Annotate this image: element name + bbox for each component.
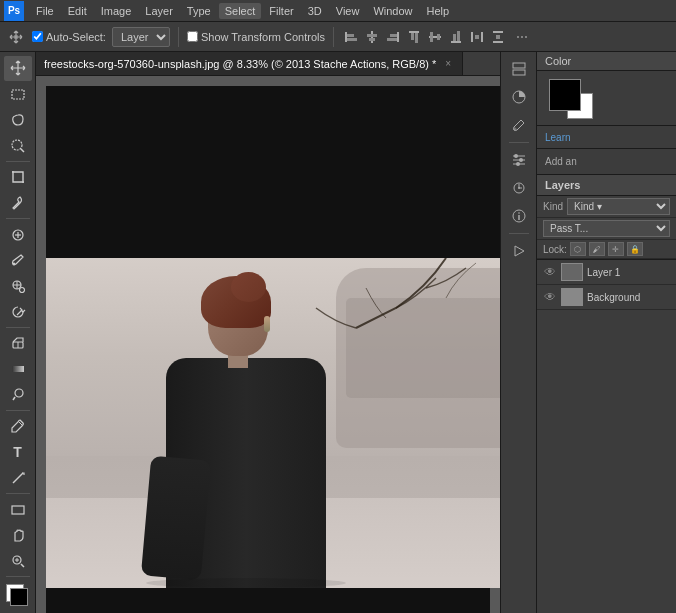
svg-point-64 — [518, 212, 520, 214]
tab-close-button[interactable]: × — [442, 58, 454, 70]
menu-layer[interactable]: Layer — [139, 3, 179, 19]
menu-type[interactable]: Type — [181, 3, 217, 19]
lasso-tool[interactable] — [4, 107, 32, 132]
svg-line-44 — [21, 564, 24, 567]
canvas-empty-top — [46, 86, 500, 258]
auto-select-checkbox[interactable] — [32, 31, 43, 42]
lock-all-button[interactable]: 🔒 — [627, 242, 643, 256]
svg-rect-49 — [513, 70, 525, 75]
align-top-icon[interactable] — [405, 28, 423, 46]
lock-image-button[interactable]: 🖌 — [589, 242, 605, 256]
right-side-panel: Color Learn Add an Layers Kind Kind ▾ — [536, 52, 676, 613]
layer-visibility-1[interactable]: 👁 — [543, 265, 557, 279]
svg-rect-3 — [347, 38, 357, 41]
app-logo: Ps — [4, 1, 24, 21]
learn-section: Learn — [537, 126, 676, 149]
align-right-icon[interactable] — [384, 28, 402, 46]
options-sep-1 — [178, 27, 179, 47]
dodge-tool[interactable] — [4, 382, 32, 407]
svg-rect-16 — [451, 41, 461, 43]
shape-tool[interactable] — [4, 497, 32, 522]
gradient-tool[interactable] — [4, 357, 32, 382]
layer-visibility-2[interactable]: 👁 — [543, 290, 557, 304]
crop-tool[interactable] — [4, 165, 32, 190]
canvas-area[interactable] — [36, 76, 500, 613]
add-section: Add an — [537, 149, 676, 175]
move-tool[interactable] — [4, 56, 32, 81]
info-icon[interactable] — [506, 203, 532, 229]
fg-color-swatch[interactable] — [10, 588, 28, 606]
brush-tool[interactable] — [4, 248, 32, 273]
foreground-color-box[interactable] — [549, 79, 581, 111]
more-options-icon[interactable]: ⋯ — [513, 28, 531, 46]
auto-select-group: Auto-Select: — [32, 31, 106, 43]
layer-select[interactable]: Layer — [112, 27, 170, 47]
hand-tool[interactable] — [4, 523, 32, 548]
zoom-tool[interactable] — [4, 549, 32, 574]
sliders-panel-icon[interactable] — [506, 147, 532, 173]
svg-rect-48 — [513, 63, 525, 68]
dist-v-icon[interactable] — [489, 28, 507, 46]
layers-controls: Kind Kind ▾ Pass T... Lock: ⬡ 🖌 ✛ 🔒 — [537, 196, 676, 260]
panel-arrange-icon[interactable] — [506, 56, 532, 82]
layers-kind-select[interactable]: Kind ▾ — [567, 198, 670, 215]
brush-preset-panel-icon[interactable] — [506, 112, 532, 138]
svg-rect-19 — [471, 32, 473, 42]
svg-rect-10 — [409, 31, 419, 33]
svg-rect-0 — [14, 35, 18, 39]
eyedropper-tool[interactable] — [4, 191, 32, 216]
menu-image[interactable]: Image — [95, 3, 138, 19]
svg-rect-18 — [457, 31, 460, 41]
quick-select-tool[interactable] — [4, 133, 32, 158]
svg-rect-9 — [387, 38, 397, 41]
menu-select[interactable]: Select — [219, 3, 262, 19]
learn-link[interactable]: Learn — [545, 132, 571, 143]
menu-file[interactable]: File — [30, 3, 60, 19]
play-action-icon[interactable] — [506, 238, 532, 264]
align-left-icon[interactable] — [342, 28, 360, 46]
tool-sep-5 — [6, 493, 30, 494]
menu-view[interactable]: View — [330, 3, 366, 19]
align-middle-icon[interactable] — [426, 28, 444, 46]
lock-transparent-button[interactable]: ⬡ — [570, 242, 586, 256]
marquee-tool[interactable] — [4, 82, 32, 107]
clone-tool[interactable] — [4, 274, 32, 299]
woman-face-profile — [241, 298, 269, 333]
document-tab[interactable]: freestocks-org-570360-unsplash.jpg @ 8.3… — [36, 52, 463, 75]
lock-position-button[interactable]: ✛ — [608, 242, 624, 256]
menu-edit[interactable]: Edit — [62, 3, 93, 19]
options-bar: Auto-Select: Layer Show Transform Contro… — [0, 22, 676, 52]
layers-list: 👁 Layer 1 👁 Background — [537, 260, 676, 613]
align-center-h-icon[interactable] — [363, 28, 381, 46]
svg-rect-24 — [496, 35, 500, 39]
path-select-tool[interactable] — [4, 466, 32, 491]
layer-row-1[interactable]: 👁 Layer 1 — [537, 260, 676, 285]
pen-tool[interactable] — [4, 414, 32, 439]
history-icon[interactable] — [506, 175, 532, 201]
menu-help[interactable]: Help — [421, 3, 456, 19]
svg-rect-21 — [475, 35, 479, 39]
heal-tool[interactable] — [4, 222, 32, 247]
passthrough-select[interactable]: Pass T... — [543, 220, 670, 237]
svg-rect-42 — [12, 506, 24, 514]
eraser-tool[interactable] — [4, 331, 32, 356]
type-tool[interactable]: T — [4, 440, 32, 465]
dist-h-icon[interactable] — [468, 28, 486, 46]
align-bottom-icon[interactable] — [447, 28, 465, 46]
menu-3d[interactable]: 3D — [302, 3, 328, 19]
layer-row-2[interactable]: 👁 Background — [537, 285, 676, 310]
show-transform-checkbox[interactable] — [187, 31, 198, 42]
adjustment-icon[interactable] — [506, 84, 532, 110]
layer-thumbnail-2 — [561, 288, 583, 306]
menu-bar: Ps File Edit Image Layer Type Select Fil… — [0, 0, 676, 22]
svg-point-26 — [12, 140, 22, 150]
layers-title-text: Layers — [545, 179, 580, 191]
options-sep-2 — [333, 27, 334, 47]
menu-filter[interactable]: Filter — [263, 3, 299, 19]
layers-kind-row: Kind Kind ▾ — [537, 196, 676, 218]
svg-rect-1 — [345, 32, 347, 42]
svg-point-55 — [514, 154, 518, 158]
layer-thumbnail-1 — [561, 263, 583, 281]
menu-window[interactable]: Window — [367, 3, 418, 19]
history-brush-tool[interactable] — [4, 299, 32, 324]
